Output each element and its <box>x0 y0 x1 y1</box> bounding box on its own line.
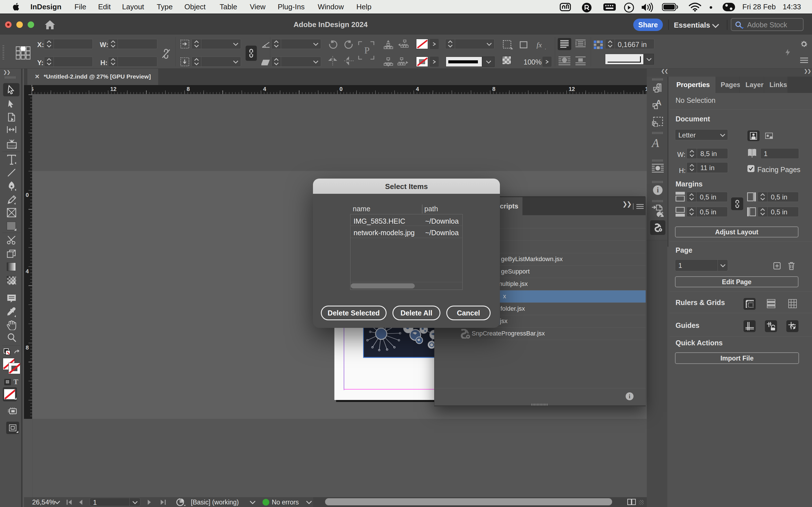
svg-text:P: P <box>364 45 370 55</box>
